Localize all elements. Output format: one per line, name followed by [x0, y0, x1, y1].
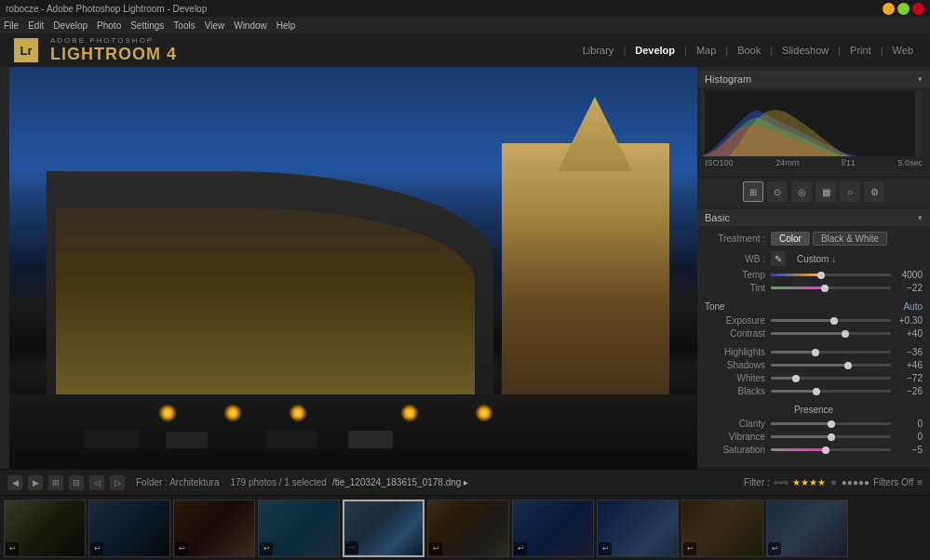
vibrance-slider[interactable]	[771, 435, 891, 438]
tint-slider[interactable]	[771, 287, 891, 289]
crop-tool[interactable]: ⊞	[743, 181, 763, 202]
settings-tool[interactable]: ⚙	[864, 181, 884, 202]
menu-file[interactable]: File	[4, 20, 19, 31]
right-panel: Histogram ▾	[697, 67, 930, 469]
histogram-canvas	[701, 91, 923, 156]
menu-settings[interactable]: Settings	[130, 20, 164, 31]
highlights-slider-row: Highlights −36	[705, 347, 923, 357]
thumb-6[interactable]: ↩	[427, 500, 509, 557]
filmstrip-menu-btn[interactable]: ≡	[917, 477, 923, 487]
temp-slider[interactable]	[771, 273, 891, 276]
nav-library[interactable]: Library	[575, 41, 622, 60]
nav-book[interactable]: Book	[730, 41, 768, 60]
menu-develop[interactable]: Develop	[53, 20, 88, 31]
filmstrip-expand-btn[interactable]: ⊟	[69, 475, 84, 490]
lr-title: ADOBE PHOTOSHOP LIGHTROOM 4	[50, 36, 177, 64]
street-lights	[102, 413, 651, 422]
filter-stars-empty: ★	[829, 477, 838, 487]
building-tower	[558, 97, 632, 171]
shadows-slider-row: Shadows +46	[705, 360, 923, 370]
filter-arrows[interactable]: ⇦⇨	[774, 477, 788, 487]
lr-name: LIGHTROOM 4	[50, 45, 177, 64]
menu-window[interactable]: Window	[234, 20, 267, 31]
thumb-7[interactable]: ↩	[512, 500, 594, 557]
tone-auto-btn[interactable]: Auto	[903, 301, 923, 312]
window-controls: − □ ✕	[883, 3, 924, 15]
clarity-slider[interactable]	[771, 422, 891, 425]
filmstrip-filename: /tie_120324_183615_0178.dng ▸	[332, 477, 468, 487]
contrast-slider[interactable]	[771, 332, 891, 335]
clarity-slider-row: Clarity 0	[705, 419, 923, 429]
blacks-slider[interactable]	[771, 390, 891, 393]
thumb-2[interactable]: ↩	[88, 500, 170, 557]
filmstrip-nav-next[interactable]: ▶	[28, 475, 43, 490]
brush-tool[interactable]: ○	[840, 181, 860, 202]
thumb-8[interactable]: ↩	[597, 500, 679, 557]
thumb-1-badge: ↩	[6, 542, 19, 555]
filters-off[interactable]: Filters Off	[873, 477, 913, 487]
lr-logo: Lr	[9, 33, 43, 67]
treatment-color-btn[interactable]: Color	[771, 232, 810, 246]
menu-bar: File Edit Develop Photo Settings Tools V…	[0, 17, 930, 33]
thumb-9[interactable]: ↩	[681, 500, 763, 557]
basic-content: Treatment : Color Black & White WB : ✎ C…	[697, 226, 930, 463]
filmstrip-forward-btn[interactable]: ▷	[110, 475, 125, 490]
thumb-1[interactable]: ↩	[4, 500, 86, 557]
nav-print[interactable]: Print	[842, 41, 879, 60]
filmstrip-grid-btn[interactable]: ⊞	[48, 475, 63, 490]
menu-help[interactable]: Help	[276, 20, 296, 31]
blacks-slider-row: Blacks −26	[705, 386, 923, 396]
close-button[interactable]: ✕	[912, 3, 924, 15]
whites-slider-row: Whites −72	[705, 373, 923, 383]
thumb-8-badge: ↩	[599, 542, 612, 555]
nav-modules: Library | Develop | Map | Book | Slidesh…	[575, 41, 921, 60]
presence-label: Presence	[705, 405, 923, 415]
saturation-slider[interactable]	[771, 448, 891, 451]
exposure-slider[interactable]	[771, 319, 891, 322]
vibrance-slider-row: Vibrance 0	[705, 432, 923, 442]
basic-header[interactable]: Basic ▾	[697, 209, 930, 226]
maximize-button[interactable]: □	[897, 3, 910, 15]
basic-panel: Basic ▾ Treatment : Color Black & White …	[697, 206, 930, 468]
filter-stars-filled[interactable]: ★★★★	[792, 477, 826, 487]
thumb-6-badge: ↩	[429, 542, 442, 555]
menu-photo[interactable]: Photo	[97, 20, 121, 31]
filmstrip-nav-prev[interactable]: ◀	[7, 475, 22, 490]
histogram-header[interactable]: Histogram ▾	[697, 71, 930, 87]
heal-tool[interactable]: ⊙	[767, 181, 788, 202]
nav-slideshow[interactable]: Slideshow	[775, 41, 836, 60]
thumb-2-badge: ↩	[90, 542, 103, 555]
treatment-bw-btn[interactable]: Black & White	[813, 232, 887, 246]
shadows-slider[interactable]	[771, 364, 891, 367]
contrast-slider-row: Contrast +40	[705, 328, 923, 339]
lr-subtitle: ADOBE PHOTOSHOP	[50, 36, 177, 45]
redeye-tool[interactable]: ◎	[791, 181, 812, 202]
thumb-5-badge: ···	[345, 541, 358, 554]
treatment-row: Treatment : Color Black & White	[705, 232, 923, 246]
filmstrip-filter: Filter : ⇦⇨ ★★★★ ★ ●●●●● Filters Off ≡	[744, 477, 923, 487]
wb-eyedropper[interactable]: ✎	[771, 251, 786, 266]
cars	[84, 430, 402, 450]
histogram-svg	[701, 91, 923, 156]
menu-edit[interactable]: Edit	[28, 20, 44, 31]
whites-slider[interactable]	[771, 377, 891, 380]
wb-row: WB : ✎ Custom ↓	[705, 251, 923, 266]
temp-slider-row: Temp 4000	[705, 270, 923, 280]
menu-tools[interactable]: Tools	[173, 20, 195, 31]
thumb-3[interactable]: ↩	[173, 500, 255, 557]
lr-logo-box: Lr	[14, 38, 38, 62]
nav-map[interactable]: Map	[689, 41, 723, 60]
thumb-4[interactable]: ↩	[258, 500, 340, 557]
thumb-4-badge: ↩	[260, 542, 273, 555]
photo-area[interactable]	[9, 67, 697, 469]
nav-develop[interactable]: Develop	[627, 41, 682, 60]
thumb-5-selected[interactable]: ···	[343, 500, 425, 557]
gradient-tool[interactable]: ▦	[815, 181, 836, 202]
minimize-button[interactable]: −	[883, 3, 895, 15]
highlights-slider[interactable]	[771, 351, 891, 353]
filmstrip-back-btn[interactable]: ◁	[89, 475, 104, 490]
thumb-7-badge: ↩	[514, 542, 527, 555]
menu-view[interactable]: View	[205, 20, 225, 31]
nav-web[interactable]: Web	[885, 41, 921, 60]
thumb-10[interactable]: ↩	[766, 500, 848, 557]
